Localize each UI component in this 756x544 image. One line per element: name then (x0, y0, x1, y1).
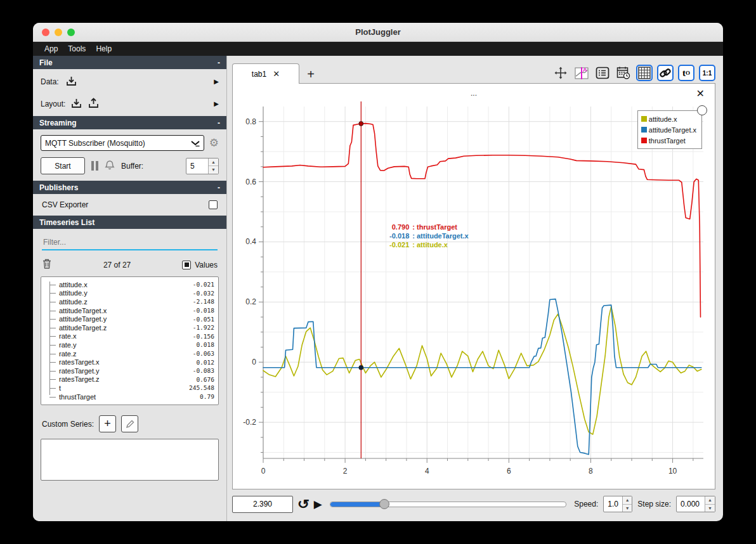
play-button[interactable]: ▶ (314, 498, 322, 511)
svg-text:A: A (583, 67, 587, 73)
layout-load-icon[interactable] (70, 98, 82, 110)
speed-up-button[interactable]: ▲ (623, 496, 632, 505)
y-tick-label: 0.8 (245, 117, 256, 126)
tab-strip: tab1 ✕ + (232, 62, 715, 84)
data-expand-arrow-icon[interactable]: ▶ (214, 78, 219, 85)
values-label: Values (195, 261, 218, 269)
x-tick-label: 2 (343, 467, 348, 476)
legend-label: attitudeTarget.x (649, 126, 696, 134)
timeseries-value: 245.548 (189, 384, 214, 391)
step-up-button[interactable]: ▲ (705, 496, 715, 505)
legend-handle-icon[interactable] (697, 105, 707, 115)
timeseries-row[interactable]: t245.548 (44, 384, 214, 392)
streaming-section-header[interactable]: Streaming - (33, 116, 226, 129)
tracker-point-attitudeTarget.x (359, 365, 363, 370)
menubar: App Tools Help (33, 42, 723, 56)
timeseries-name: ratesTarget.y (59, 367, 100, 375)
step-size-spinbox[interactable]: 0.000 ▲▼ (676, 496, 715, 512)
grid-layout-icon[interactable] (636, 65, 653, 81)
streaming-settings-gear-icon[interactable]: ⚙ (209, 136, 219, 150)
time-field[interactable]: 2.390 (232, 496, 293, 513)
tab-tab1[interactable]: tab1 ✕ (232, 63, 299, 84)
list-icon[interactable] (594, 65, 611, 81)
plot-legend[interactable]: attitude.xattitudeTarget.xthrustTarget (637, 110, 702, 149)
tracker-point-thrustTarget (359, 122, 363, 126)
x-tick-label: 8 (589, 467, 593, 476)
ratio-1-1-icon[interactable]: 1:1 (699, 65, 715, 81)
collapse-icon: - (218, 58, 220, 67)
timeseries-row[interactable]: attitude.z-2.148 (44, 297, 214, 306)
legend-entry[interactable]: thrustTarget (641, 135, 696, 146)
buffer-down-button[interactable]: ▼ (209, 166, 218, 174)
time-slider[interactable] (330, 498, 566, 510)
csv-exporter-checkbox[interactable] (209, 200, 218, 209)
slider-handle[interactable] (379, 499, 389, 509)
data-load-icon[interactable] (65, 75, 77, 87)
tab-close-icon[interactable]: ✕ (273, 69, 280, 79)
timeseries-name: attitude.z (59, 298, 88, 306)
y-tick-label: 0.4 (245, 237, 256, 246)
timeseries-row[interactable]: ratesTarget.z0.676 (44, 375, 214, 384)
loop-icon[interactable]: ↺ (297, 496, 310, 512)
timeseries-row[interactable]: attitudeTarget.z-1.922 (44, 323, 214, 332)
timeseries-row[interactable]: rate.z-0.063 (44, 349, 214, 358)
timeseries-value: -0.018 (193, 307, 214, 314)
add-tab-button[interactable]: + (299, 65, 322, 84)
plot-canvas[interactable]: 0246810-0.200.20.40.60.80.790: thrustTar… (234, 100, 714, 486)
values-checkbox[interactable] (182, 261, 191, 269)
legend-entry[interactable]: attitude.x (641, 113, 696, 124)
timeseries-row[interactable]: thrustTarget0.79 (44, 392, 214, 401)
speed-value: 1.0 (604, 496, 622, 512)
timeseries-row[interactable]: ratesTarget.y-0.083 (44, 366, 214, 375)
buffer-value: 5 (186, 159, 208, 174)
publishers-section-header[interactable]: Publishers - (33, 181, 226, 194)
plot-close-icon[interactable]: ✕ (696, 87, 705, 100)
timeseries-row[interactable]: attitudeTarget.y-0.051 (44, 314, 214, 323)
move-icon[interactable] (552, 65, 569, 81)
step-down-button[interactable]: ▼ (705, 505, 715, 512)
legend-label: attitude.x (649, 115, 677, 123)
file-section-header[interactable]: File - (33, 56, 226, 69)
custom-series-list[interactable] (41, 439, 219, 481)
timeseries-name: t (59, 384, 61, 392)
sidebar: File - Data: ▶ Layout: ▶ (33, 56, 227, 521)
plotjuggler-window: PlotJuggler App Tools Help File - Data: … (33, 23, 723, 521)
timeseries-row[interactable]: rate.x-0.156 (44, 332, 214, 341)
pause-icon[interactable] (91, 161, 98, 171)
notifications-bell-icon[interactable] (105, 160, 115, 172)
edit-custom-series-button[interactable] (121, 415, 138, 432)
start-button[interactable]: Start (41, 157, 85, 174)
timeseries-row[interactable]: ratesTarget.x0.012 (44, 358, 214, 366)
trash-icon[interactable] (42, 258, 52, 271)
speed-spinbox[interactable]: 1.0 ▲▼ (603, 496, 632, 512)
titlebar: PlotJuggler (33, 23, 723, 42)
menu-tools[interactable]: Tools (63, 44, 91, 53)
timeseries-row[interactable]: rate.y0.018 (44, 340, 214, 349)
menu-app[interactable]: App (39, 44, 63, 53)
legend-label: thrustTarget (649, 137, 686, 145)
filter-input[interactable] (42, 235, 218, 249)
streaming-source-select[interactable]: MQTT Subscriber (Mosquitto) (41, 135, 204, 151)
speed-down-button[interactable]: ▼ (623, 505, 632, 512)
main-area: tab1 ✕ + (227, 56, 723, 521)
layout-save-icon[interactable] (88, 98, 100, 110)
buffer-spinbox[interactable]: 5 ▲▼ (186, 158, 219, 174)
tracker-style-icon[interactable]: A (573, 65, 590, 81)
x-tick-label: 6 (507, 467, 511, 476)
add-custom-series-button[interactable]: + (99, 415, 116, 432)
timeseries-value: -0.156 (193, 333, 214, 340)
datetime-icon[interactable] (615, 65, 632, 81)
legend-entry[interactable]: attitudeTarget.x (641, 124, 696, 135)
timeseries-value: 0.79 (200, 393, 214, 400)
time-offset-icon[interactable]: tO (678, 65, 694, 81)
speed-label: Speed: (574, 500, 598, 508)
timeseries-row[interactable]: attitudeTarget.x-0.018 (44, 306, 214, 315)
menu-help[interactable]: Help (91, 44, 117, 53)
timeseries-row[interactable]: attitude.y-0.032 (44, 289, 214, 298)
layout-expand-arrow-icon[interactable]: ▶ (214, 100, 219, 107)
link-icon[interactable] (657, 65, 674, 81)
series-count: 27 of 27 (52, 261, 182, 269)
timeseries-section-header[interactable]: Timeseries List (33, 216, 226, 229)
timeseries-row[interactable]: attitude.x-0.021 (44, 280, 214, 289)
buffer-up-button[interactable]: ▲ (209, 159, 218, 167)
